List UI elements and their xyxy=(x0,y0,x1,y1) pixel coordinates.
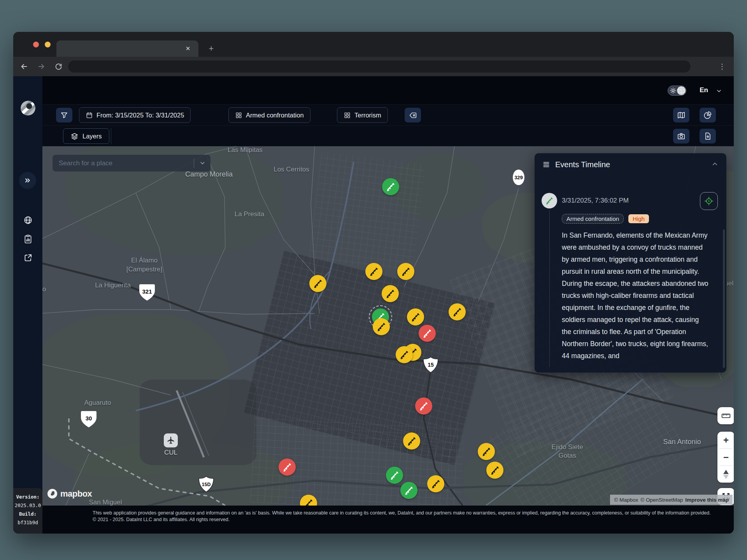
version-label: Version: xyxy=(16,494,39,500)
reload-button[interactable] xyxy=(52,60,65,73)
zoom-out-button[interactable]: − xyxy=(717,449,734,466)
window-close-button[interactable] xyxy=(33,42,39,47)
external-link-icon xyxy=(23,253,33,263)
clear-filters-button[interactable] xyxy=(405,108,421,122)
place-search xyxy=(53,155,210,172)
build-label: Build: xyxy=(19,511,37,517)
event-map-marker[interactable] xyxy=(382,178,399,195)
address-bar[interactable] xyxy=(68,60,691,73)
map-place-label: La Presita xyxy=(235,210,265,218)
airplane-icon xyxy=(164,434,178,448)
pitch-down-icon xyxy=(723,475,729,479)
map-attribution: © Mapbox © OpenStreetMap Improve this ma… xyxy=(610,495,733,505)
pitch-toggle-button[interactable] xyxy=(717,466,734,483)
event-map-marker[interactable] xyxy=(279,458,296,476)
layers-button[interactable]: Layers xyxy=(63,128,109,144)
event-map-marker[interactable] xyxy=(373,318,390,335)
app-header: En xyxy=(42,76,734,104)
grid-icon xyxy=(235,112,242,119)
browser-menu-button[interactable]: ⋮ xyxy=(716,60,728,73)
forward-button[interactable] xyxy=(35,60,47,73)
map-icon xyxy=(677,111,686,119)
language-selector[interactable]: En xyxy=(700,86,708,94)
event-map-marker[interactable] xyxy=(449,303,466,320)
screenshot-button[interactable] xyxy=(673,129,689,144)
event-map-marker[interactable] xyxy=(400,482,417,499)
build-value: bf31b9d xyxy=(18,520,38,525)
theme-toggle[interactable] xyxy=(668,86,686,96)
event-map-marker[interactable] xyxy=(382,285,399,302)
locate-event-button[interactable] xyxy=(700,192,718,210)
new-tab-button[interactable]: + xyxy=(206,44,216,54)
event-tags: Armed confrontation High xyxy=(562,214,649,224)
version-value: 2025.03.0 xyxy=(15,502,41,508)
calendar-icon xyxy=(86,112,93,119)
event-map-marker[interactable] xyxy=(386,467,403,484)
event-map-marker[interactable] xyxy=(403,432,420,450)
svg-text:15: 15 xyxy=(428,362,434,368)
event-map-marker[interactable] xyxy=(396,346,413,363)
category-chip-label: Armed confrontation xyxy=(246,112,304,119)
road-shield: 30 xyxy=(80,410,97,430)
svg-text:329: 329 xyxy=(514,175,523,180)
backspace-icon xyxy=(409,111,417,119)
sidebar-item-reports[interactable] xyxy=(13,234,42,244)
layers-toolbar: Layers xyxy=(42,125,734,146)
disclaimer-line2: © 2021 - 2025. DataInt LLC and its affil… xyxy=(93,516,734,523)
improve-map-link[interactable]: Improve this map xyxy=(685,497,729,503)
zoom-in-button[interactable]: + xyxy=(717,432,734,448)
event-map-marker[interactable] xyxy=(427,475,444,492)
road-shield: 321 xyxy=(139,283,156,303)
category-chip-label: Terrorism xyxy=(354,112,381,119)
event-description: In San Fernando, elements of the Mexican… xyxy=(562,229,709,368)
map-place-label: Ejido Siete xyxy=(551,443,583,451)
mapbox-logo-text: mapbox xyxy=(60,489,92,499)
category-chip-armed-confrontation[interactable]: Armed confrontation xyxy=(228,107,310,123)
filter-button[interactable] xyxy=(56,108,72,122)
layers-icon xyxy=(70,132,79,140)
event-map-marker[interactable] xyxy=(415,397,432,415)
export-button[interactable] xyxy=(700,129,716,144)
event-map-marker[interactable] xyxy=(365,263,382,280)
date-range-chip[interactable]: From: 3/15/2025 To: 3/31/2025 xyxy=(79,107,191,123)
grid-icon xyxy=(344,112,351,119)
attribution-mapbox[interactable]: © Mapbox xyxy=(614,497,638,503)
search-input[interactable] xyxy=(53,159,194,167)
map-canvas[interactable]: Las MilpitasLos CerritosCampo MoreliaLa … xyxy=(42,146,734,506)
map-place-label: Las Milpitas xyxy=(228,146,263,154)
chevron-down-icon[interactable] xyxy=(194,160,210,166)
layers-label: Layers xyxy=(82,133,102,140)
chart-view-button[interactable] xyxy=(700,108,716,122)
map-place-label: El Álamo xyxy=(131,257,158,264)
event-map-marker[interactable] xyxy=(478,443,495,460)
event-category-badge: Armed confrontation xyxy=(562,214,624,224)
chevron-down-icon[interactable] xyxy=(716,88,722,96)
window-minimize-button[interactable] xyxy=(45,42,51,47)
globe-bolt-icon xyxy=(23,215,33,226)
category-chip-terrorism[interactable]: Terrorism xyxy=(337,107,388,123)
event-map-marker[interactable] xyxy=(419,325,436,342)
road-shield: 15D xyxy=(197,476,215,494)
event-map-marker[interactable] xyxy=(486,462,503,479)
browser-tab[interactable]: ✕ xyxy=(56,40,198,57)
tab-close-icon[interactable]: ✕ xyxy=(184,45,191,52)
svg-text:30: 30 xyxy=(86,415,92,422)
sidebar-expand-button[interactable] xyxy=(19,172,36,189)
timeline-connector xyxy=(549,210,550,367)
back-button[interactable] xyxy=(18,60,30,73)
event-map-marker[interactable] xyxy=(309,275,326,292)
collapse-panel-button[interactable] xyxy=(711,160,719,169)
back-arrow-icon xyxy=(20,62,28,71)
sidebar-item-globe[interactable] xyxy=(13,215,42,226)
app-root: Version: 2025.03.0 Build: bf31b9d En xyxy=(13,76,734,534)
attribution-osm[interactable]: © OpenStreetMap xyxy=(640,497,683,503)
airport-marker[interactable]: CUL xyxy=(164,434,178,457)
mapbox-logo[interactable]: mapbox xyxy=(47,488,92,499)
map-view-button[interactable] xyxy=(673,108,689,122)
panel-scrollbar[interactable] xyxy=(723,229,725,368)
event-map-marker[interactable] xyxy=(397,263,414,280)
event-timestamp: 3/31/2025, 7:36:02 PM xyxy=(562,197,629,205)
event-map-marker[interactable] xyxy=(407,308,424,326)
measure-button[interactable] xyxy=(717,407,734,424)
sidebar-item-external[interactable] xyxy=(13,253,42,263)
